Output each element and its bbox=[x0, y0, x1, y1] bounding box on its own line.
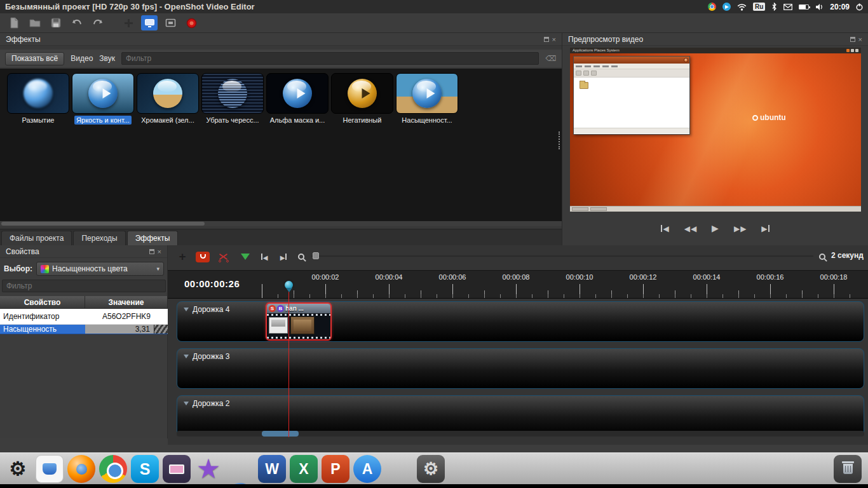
timeline-ruler[interactable]: 00:00:00:26 00:00:02 00:00:04 00:00:06 0… bbox=[168, 270, 868, 299]
float-panel-icon[interactable] bbox=[850, 37, 855, 42]
zoom-in-icon[interactable] bbox=[295, 249, 308, 264]
razor-tool-icon[interactable] bbox=[216, 249, 231, 264]
effects-audio-tab[interactable]: Звук bbox=[99, 54, 115, 63]
effect-item-alpha-mask[interactable]: Альфа маска и... bbox=[266, 73, 329, 124]
effect-item-deinterlace[interactable]: Убрать чересс... bbox=[201, 73, 264, 124]
effect-label: Альфа маска и... bbox=[268, 116, 327, 125]
playhead-handle[interactable] bbox=[285, 281, 293, 289]
dock-icon-word[interactable]: W bbox=[258, 455, 286, 483]
dock-icon-excel[interactable]: X bbox=[290, 455, 318, 483]
import-files-icon[interactable] bbox=[120, 15, 137, 30]
dock-icon-trash[interactable] bbox=[834, 455, 862, 483]
open-project-icon[interactable] bbox=[27, 15, 43, 30]
new-project-icon[interactable] bbox=[6, 15, 22, 30]
dock-icon-powerpoint[interactable]: P bbox=[322, 455, 349, 483]
dock-icon-screenshot-tool[interactable] bbox=[163, 455, 191, 483]
clock[interactable]: 20:09 bbox=[830, 3, 850, 11]
float-panel-icon[interactable] bbox=[544, 37, 549, 42]
track-2[interactable]: Дорожка 2 bbox=[177, 395, 864, 436]
close-panel-icon[interactable] bbox=[858, 37, 862, 42]
mail-icon[interactable] bbox=[783, 4, 792, 10]
redo-icon[interactable] bbox=[90, 15, 106, 30]
jump-end-button[interactable] bbox=[761, 222, 769, 234]
add-marker-icon[interactable] bbox=[239, 249, 252, 264]
brightness-effect-badge[interactable]: B bbox=[277, 305, 284, 312]
collapse-track-icon[interactable] bbox=[184, 355, 189, 358]
video-preview-frame[interactable]: Applications Places System ubuntu bbox=[570, 48, 861, 212]
properties-filter-input[interactable] bbox=[2, 280, 166, 292]
dock-icon-firefox[interactable] bbox=[67, 455, 95, 483]
previous-marker-icon[interactable] bbox=[257, 249, 272, 264]
dock-icon-settings-ring[interactable]: ⚙ bbox=[4, 455, 32, 483]
messenger-tray-icon[interactable] bbox=[722, 3, 731, 11]
keyboard-layout-indicator[interactable]: Ru bbox=[753, 3, 765, 11]
play-button[interactable] bbox=[712, 222, 719, 234]
value-drag-handle-icon[interactable] bbox=[154, 325, 168, 334]
save-project-icon[interactable] bbox=[48, 15, 64, 30]
tab-effects[interactable]: Эффекты bbox=[127, 231, 179, 245]
effect-thumbnail bbox=[7, 73, 69, 114]
effect-item-blur[interactable]: Размытие bbox=[6, 73, 70, 124]
next-marker-icon[interactable] bbox=[276, 249, 291, 264]
battery-icon[interactable] bbox=[799, 4, 809, 10]
dock-icon-star-app[interactable]: ★ bbox=[194, 455, 222, 483]
table-row[interactable]: Идентификатор A56O2PFHK9 bbox=[0, 309, 168, 325]
jump-start-button[interactable] bbox=[661, 222, 668, 234]
wifi-icon[interactable] bbox=[737, 3, 747, 11]
choose-profile-icon[interactable] bbox=[141, 15, 158, 30]
effect-item-brightness[interactable]: Яркость и конт... bbox=[71, 73, 135, 124]
bluetooth-icon[interactable] bbox=[771, 3, 777, 11]
dock-icon-system-settings[interactable]: ⚙ bbox=[417, 455, 445, 483]
effect-item-negative[interactable]: Негативный bbox=[330, 73, 394, 124]
selection-dropdown[interactable]: Насыщенность цвета bbox=[36, 262, 164, 276]
effects-video-tab[interactable]: Видео bbox=[71, 54, 93, 63]
saturation-effect-badge[interactable]: S bbox=[269, 305, 276, 312]
zoom-slider-handle[interactable] bbox=[313, 252, 319, 259]
vertical-splitter-handle[interactable] bbox=[559, 132, 560, 149]
table-row-selected[interactable]: Насыщенность 3,31 bbox=[0, 325, 168, 334]
zoom-slider-track[interactable] bbox=[311, 255, 813, 257]
effects-filter-row: Показать всё Видео Звук bbox=[0, 50, 562, 67]
rewind-button[interactable] bbox=[684, 222, 696, 234]
show-all-button[interactable]: Показать всё bbox=[5, 52, 64, 65]
snapping-toggle-icon[interactable] bbox=[194, 249, 211, 264]
track-3[interactable]: Дорожка 3 bbox=[177, 348, 864, 389]
dock-icon-chrome[interactable] bbox=[99, 455, 127, 483]
undo-icon[interactable] bbox=[69, 15, 85, 30]
property-value-editor[interactable]: 3,31 bbox=[85, 325, 168, 334]
selected-clip[interactable]: S B han ... bbox=[266, 302, 332, 341]
close-panel-icon[interactable] bbox=[552, 37, 556, 42]
dock-icon-files[interactable] bbox=[36, 455, 64, 483]
collapse-track-icon[interactable] bbox=[184, 402, 189, 405]
window-title: Безымянный проект [HD 720p 30 fps] - Ope… bbox=[5, 2, 255, 11]
effects-scrollbar[interactable] bbox=[0, 221, 562, 226]
properties-table-header: Свойство Значение bbox=[0, 296, 168, 309]
timeline-horizontal-scrollbar[interactable] bbox=[177, 431, 864, 437]
zoom-out-icon[interactable] bbox=[816, 249, 829, 264]
add-track-icon[interactable] bbox=[175, 249, 189, 264]
clear-filter-icon[interactable] bbox=[545, 54, 557, 63]
scrollbar-handle[interactable] bbox=[262, 431, 299, 437]
effect-item-chromakey[interactable]: Хромакей (зел... bbox=[136, 73, 200, 124]
effect-item-saturation[interactable]: Насыщенност... bbox=[395, 73, 459, 124]
effects-panel-titlebar: Эффекты bbox=[0, 33, 562, 46]
tab-project-files[interactable]: Файлы проекта bbox=[1, 231, 72, 245]
property-name: Идентификатор bbox=[0, 309, 85, 324]
effect-thumbnail bbox=[137, 73, 199, 114]
float-panel-icon[interactable] bbox=[149, 249, 154, 254]
chrome-tray-icon[interactable] bbox=[708, 3, 716, 11]
close-panel-icon[interactable] bbox=[158, 249, 161, 254]
playback-controls bbox=[562, 222, 868, 234]
ubuntu-ring-icon bbox=[752, 115, 758, 121]
power-icon[interactable] bbox=[856, 3, 863, 11]
tab-transitions[interactable]: Переходы bbox=[73, 231, 125, 245]
selection-dropdown-value: Насыщенность цвета bbox=[52, 264, 128, 273]
fullscreen-icon[interactable] bbox=[162, 15, 179, 30]
volume-icon[interactable] bbox=[815, 3, 824, 11]
dock-icon-skype[interactable]: S bbox=[131, 455, 159, 483]
export-video-icon[interactable] bbox=[183, 15, 200, 30]
fast-forward-button[interactable] bbox=[734, 222, 746, 234]
collapse-track-icon[interactable] bbox=[184, 308, 189, 311]
effects-filter-input[interactable] bbox=[121, 52, 539, 65]
dock-icon-appstore[interactable]: A bbox=[353, 455, 381, 483]
